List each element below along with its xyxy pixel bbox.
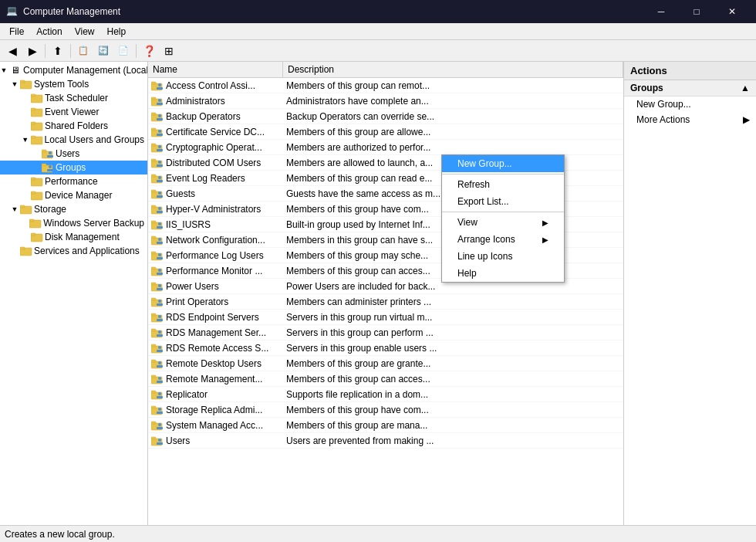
group-desc: Backup Operators can override se... <box>283 111 623 122</box>
context-menu-item-arrange-icons[interactable]: Arrange Icons▶ <box>442 231 564 248</box>
tree-item-groups[interactable]: Groups <box>0 161 147 174</box>
expand-icon[interactable]: ▼ <box>11 80 19 88</box>
content-panel: Name Description Access Control Assi... … <box>148 62 623 525</box>
window-controls: ─ □ ✕ <box>643 0 750 23</box>
minimize-button[interactable]: ─ <box>643 0 679 23</box>
list-item[interactable]: Certificate Service DC... Members of thi… <box>148 124 623 140</box>
group-name: Cryptographic Operat... <box>148 141 283 154</box>
actions-more[interactable]: More Actions ▶ <box>624 112 756 127</box>
list-header: Name Description <box>148 62 623 78</box>
svg-rect-113 <box>157 396 163 398</box>
list-item[interactable]: RDS Management Ser... Servers in this gr… <box>148 325 623 340</box>
refresh-button[interactable]: 🔄 <box>94 42 113 59</box>
context-menu-item-new-group---[interactable]: New Group... <box>442 155 564 172</box>
list-item[interactable]: RDS Endpoint Servers Servers in this gro… <box>148 310 623 325</box>
group-row-icon <box>151 388 164 401</box>
tree-item-computer-mgmt[interactable]: ▼🖥Computer Management (Local <box>0 63 147 77</box>
tree-item-users[interactable]: Users <box>0 147 147 161</box>
svg-point-56 <box>158 176 161 179</box>
tree-item-windows-backup[interactable]: Windows Server Backup <box>0 216 147 230</box>
up-button[interactable]: ⬆ <box>49 42 67 59</box>
export-button[interactable]: 📄 <box>114 42 133 59</box>
close-button[interactable]: ✕ <box>714 0 750 23</box>
tree-item-system-tools[interactable]: ▼System Tools <box>0 77 147 91</box>
tree-item-storage[interactable]: ▼Storage <box>0 202 147 216</box>
tree-item-shared-folders[interactable]: Shared Folders <box>0 119 147 133</box>
forward-button[interactable]: ▶ <box>23 42 42 59</box>
tree-item-local-users[interactable]: ▼Local Users and Groups <box>0 133 147 147</box>
svg-rect-39 <box>151 113 156 115</box>
group-row-icon <box>151 342 164 354</box>
menu-action[interactable]: Action <box>30 25 68 39</box>
group-row-icon <box>151 249 164 262</box>
menu-separator <box>442 174 564 174</box>
submenu-arrow-icon: ▶ <box>542 218 548 227</box>
group-row-icon <box>151 296 164 308</box>
group-name: Power Users <box>148 280 283 293</box>
svg-point-68 <box>158 222 161 225</box>
list-item[interactable]: Replicator Supports file replication in … <box>148 387 623 402</box>
svg-rect-57 <box>157 180 163 182</box>
list-item[interactable]: Remote Desktop Users Members of this gro… <box>148 356 623 371</box>
list-item[interactable]: Access Control Assi... Members of this g… <box>148 78 623 93</box>
menu-file[interactable]: File <box>3 25 30 39</box>
tree-item-performance[interactable]: Performance <box>0 174 147 188</box>
desc-column-header[interactable]: Description <box>283 62 623 77</box>
chevron-up-icon: ▲ <box>741 83 750 93</box>
svg-rect-121 <box>157 427 163 429</box>
list-item[interactable]: Users Users are prevented from making ..… <box>148 433 623 449</box>
expand-icon[interactable]: ▼ <box>0 66 8 74</box>
maximize-button[interactable]: □ <box>679 0 714 23</box>
name-column-header[interactable]: Name <box>148 62 283 77</box>
svg-point-44 <box>158 130 161 133</box>
actions-groups-section[interactable]: Groups ▲ <box>624 80 756 97</box>
svg-rect-109 <box>157 381 163 383</box>
svg-rect-9 <box>31 136 35 138</box>
group-row-icon <box>151 141 164 154</box>
menu-view[interactable]: View <box>69 25 101 39</box>
group-desc: Members can administer printers ... <box>283 296 623 307</box>
menu-help[interactable]: Help <box>101 25 133 39</box>
actions-groups-label: Groups <box>630 83 663 93</box>
list-item[interactable]: Backup Operators Backup Operators can ov… <box>148 109 623 124</box>
context-menu-item-refresh[interactable]: Refresh <box>442 176 564 193</box>
help-button[interactable]: ❓ <box>140 42 158 59</box>
list-item[interactable]: Print Operators Members can administer p… <box>148 294 623 310</box>
svg-rect-63 <box>151 205 156 208</box>
folder-icon <box>31 92 43 104</box>
back-button[interactable]: ◀ <box>3 42 22 59</box>
tree-item-services-apps[interactable]: Services and Applications <box>0 244 147 258</box>
context-menu-item-view[interactable]: View▶ <box>442 214 564 231</box>
tree-item-device-manager[interactable]: Device Manager <box>0 188 147 202</box>
context-menu-item-help[interactable]: Help <box>442 265 564 282</box>
tree-item-task-scheduler[interactable]: Task Scheduler <box>0 91 147 105</box>
svg-point-88 <box>158 300 161 303</box>
folder-icon <box>20 245 32 257</box>
group-row-icon <box>151 95 164 107</box>
group-name: Users <box>148 435 283 447</box>
tree-item-event-viewer[interactable]: Event Viewer <box>0 105 147 119</box>
context-menu-item-export-list---[interactable]: Export List... <box>442 193 564 210</box>
group-desc: Members of this group have com... <box>283 405 623 415</box>
svg-rect-69 <box>157 226 163 229</box>
expand-icon[interactable]: ▼ <box>22 136 29 144</box>
show-hide-button[interactable]: 📋 <box>74 42 93 59</box>
actions-new-group[interactable]: New Group... <box>624 97 756 112</box>
svg-rect-73 <box>157 242 163 244</box>
folder-icon <box>31 120 43 132</box>
list-item[interactable]: Storage Replica Admi... Members of this … <box>148 402 623 418</box>
view-toggle-button[interactable]: ⊞ <box>160 42 178 59</box>
expand-icon[interactable]: ▼ <box>11 205 19 213</box>
svg-rect-119 <box>151 422 156 424</box>
svg-rect-19 <box>31 178 35 180</box>
list-item[interactable]: Cryptographic Operat... Members are auth… <box>148 140 623 155</box>
tree-item-disk-mgmt[interactable]: Disk Management <box>0 230 147 244</box>
list-item[interactable]: Remote Management... Members of this gro… <box>148 371 623 387</box>
group-icon <box>42 147 54 160</box>
list-item[interactable]: Administrators Administrators have compl… <box>148 93 623 109</box>
list-item[interactable]: System Managed Acc... Members of this gr… <box>148 418 623 433</box>
list-item[interactable]: RDS Remote Access S... Servers in this g… <box>148 340 623 356</box>
tree-label: Groups <box>56 162 86 173</box>
svg-rect-87 <box>151 298 156 300</box>
context-menu-item-line-up-icons[interactable]: Line up Icons <box>442 248 564 265</box>
